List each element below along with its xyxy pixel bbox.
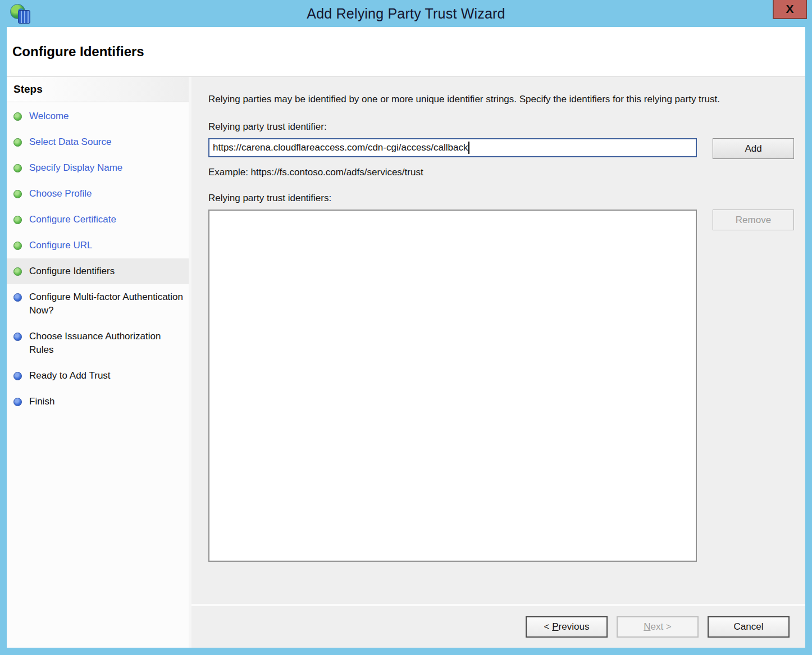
dialog-body: Configure Identifiers Steps Welcome Sele… bbox=[7, 27, 805, 648]
step-item-select-data-source[interactable]: Select Data Source bbox=[7, 129, 189, 155]
identifiers-list-label: Relying party trust identifiers: bbox=[208, 193, 805, 204]
step-item-label: Ready to Add Trust bbox=[29, 369, 111, 383]
step-item-label: Choose Profile bbox=[29, 187, 92, 201]
step-item-configure-certificate[interactable]: Configure Certificate bbox=[7, 207, 189, 233]
step-item-label: Configure URL bbox=[29, 239, 92, 252]
step-status-dot-icon bbox=[13, 216, 22, 224]
steps-sidebar: Steps Welcome Select Data Source Specify… bbox=[7, 77, 191, 648]
add-button[interactable]: Add bbox=[713, 138, 794, 159]
identifiers-listbox[interactable] bbox=[208, 210, 697, 562]
step-item-configure-url[interactable]: Configure URL bbox=[7, 233, 189, 258]
identifier-input-value: https://carena.cloudflareaccess.com/cdn-… bbox=[213, 142, 468, 153]
intro-text: Relying parties may be identified by one… bbox=[208, 92, 787, 107]
page-title: Configure Identifiers bbox=[12, 44, 144, 60]
step-item-label: Configure Identifiers bbox=[29, 265, 115, 278]
next-button[interactable]: Next > bbox=[617, 616, 699, 638]
close-button[interactable]: X bbox=[773, 0, 807, 19]
step-item-ready-to-add-trust[interactable]: Ready to Add Trust bbox=[7, 363, 189, 389]
previous-button[interactable]: < Previous bbox=[526, 616, 608, 638]
main-content: Relying parties may be identified by one… bbox=[191, 77, 805, 604]
step-item-label: Select Data Source bbox=[29, 135, 111, 149]
step-item-choose-profile[interactable]: Choose Profile bbox=[7, 181, 189, 207]
step-item-specify-display-name[interactable]: Specify Display Name bbox=[7, 155, 189, 181]
step-status-dot-icon bbox=[13, 112, 22, 121]
step-status-dot-icon bbox=[13, 267, 22, 276]
steps-list: Welcome Select Data Source Specify Displ… bbox=[7, 102, 189, 415]
step-status-dot-icon bbox=[13, 138, 22, 147]
identifier-label: Relying party trust identifier: bbox=[208, 121, 805, 133]
step-status-dot-icon bbox=[13, 372, 22, 380]
previous-rest: revious bbox=[559, 621, 590, 632]
step-status-dot-icon bbox=[13, 333, 22, 341]
step-status-dot-icon bbox=[13, 398, 22, 406]
step-item-label: Specify Display Name bbox=[29, 161, 122, 175]
step-status-dot-icon bbox=[13, 190, 22, 198]
footer-button-bar: < Previous Next > Cancel bbox=[191, 604, 805, 648]
steps-heading: Steps bbox=[7, 77, 189, 102]
step-item-choose-issuance-authorization-rules[interactable]: Choose Issuance Authorization Rules bbox=[7, 324, 189, 363]
step-item-label: Configure Certificate bbox=[29, 213, 116, 226]
step-item-label: Finish bbox=[29, 395, 54, 408]
window-frame: Configure Identifiers Steps Welcome Sele… bbox=[0, 27, 812, 655]
step-item-label: Choose Issuance Authorization Rules bbox=[29, 330, 184, 357]
step-item-configure-multi-factor-authentication-now[interactable]: Configure Multi-factor Authentication No… bbox=[7, 284, 189, 324]
step-status-dot-icon bbox=[13, 293, 22, 302]
previous-mnemonic: P bbox=[552, 621, 558, 632]
step-status-dot-icon bbox=[13, 164, 22, 172]
step-item-finish[interactable]: Finish bbox=[7, 389, 189, 415]
step-item-label: Welcome bbox=[29, 110, 69, 123]
text-caret bbox=[468, 142, 469, 154]
next-mnemonic: N bbox=[644, 621, 650, 632]
window-title: Add Relying Party Trust Wizard bbox=[0, 6, 812, 22]
next-rest: ext > bbox=[650, 621, 671, 632]
wizard-window: Add Relying Party Trust Wizard X Configu… bbox=[0, 0, 812, 655]
identifier-input[interactable]: https://carena.cloudflareaccess.com/cdn-… bbox=[208, 138, 697, 157]
step-item-configure-identifiers[interactable]: Configure Identifiers bbox=[7, 258, 189, 284]
remove-button[interactable]: Remove bbox=[713, 210, 794, 230]
step-status-dot-icon bbox=[13, 242, 22, 250]
titlebar: Add Relying Party Trust Wizard X bbox=[0, 0, 812, 27]
cancel-button[interactable]: Cancel bbox=[708, 616, 790, 638]
step-item-label: Configure Multi-factor Authentication No… bbox=[29, 290, 184, 317]
previous-prefix: < bbox=[544, 621, 553, 632]
step-item-welcome[interactable]: Welcome bbox=[7, 103, 189, 129]
page-header: Configure Identifiers bbox=[7, 27, 805, 77]
example-text: Example: https://fs.contoso.com/adfs/ser… bbox=[208, 167, 805, 178]
